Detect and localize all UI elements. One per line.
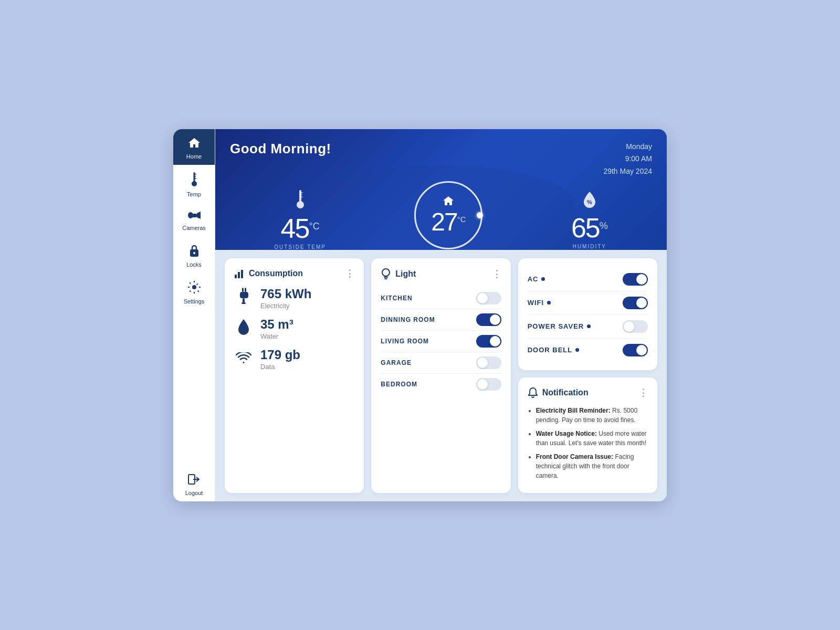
weather-row: 45 °C OUTSIDE TEMP 27 °C <box>230 181 652 250</box>
water-item: 35 m³ Water <box>234 317 354 340</box>
lock-icon <box>188 244 200 259</box>
header-top: Good Morning! Monday 9:00 AM 29th May 20… <box>230 141 652 178</box>
inside-home-icon <box>443 195 454 208</box>
day-text: Monday <box>603 141 652 153</box>
toggle-kitchen[interactable]: Off <box>476 292 501 304</box>
outside-temp-value: 45 <box>281 215 309 242</box>
datetime-display: Monday 9:00 AM 29th May 2024 <box>603 141 652 178</box>
data-value: 179 gb <box>260 348 300 362</box>
sidebar: Home Temp Cameras Locks <box>173 129 215 501</box>
sidebar-label-home: Home <box>186 153 202 160</box>
time-text: 9:00 AM <box>603 153 652 165</box>
svg-point-13 <box>297 201 304 208</box>
light-label-kitchen: KITCHEN <box>381 295 412 302</box>
notification-card-title: Notification <box>528 387 589 398</box>
notification-menu[interactable]: ⋮ <box>638 387 648 398</box>
notif-1-bold: Electricity Bill Reminder: <box>536 407 611 414</box>
sidebar-item-cameras[interactable]: Cameras <box>173 203 215 236</box>
inside-temp-widget: 27 °C INSIDE TEMP <box>414 181 482 250</box>
sidebar-item-home[interactable]: Home <box>173 129 215 165</box>
plug-icon <box>234 288 253 308</box>
consumption-card: Consumption ⋮ 765 kWh Electricity <box>225 258 364 493</box>
light-menu[interactable]: ⋮ <box>492 268 501 280</box>
right-column: AC On WIFI On POWER SAVER Off <box>518 258 657 493</box>
light-label-bedroom: BEDROOM <box>381 381 417 388</box>
device-label-ac: AC <box>528 275 545 283</box>
toggle-powersaver[interactable]: Off <box>623 320 648 333</box>
svg-point-10 <box>192 285 196 289</box>
toggle-dining[interactable]: On <box>476 313 501 326</box>
notif-2-bold: Water Usage Notice: <box>536 430 597 437</box>
device-label-wifi: WIFI <box>528 299 551 307</box>
consumption-card-title: Consumption <box>234 268 303 279</box>
sidebar-item-settings[interactable]: Settings <box>173 273 215 310</box>
notification-card: Notification ⋮ Electricity Bill Reminder… <box>518 377 657 493</box>
electricity-item: 765 kWh Electricity <box>234 287 354 310</box>
svg-rect-23 <box>240 292 248 298</box>
toggle-garage[interactable]: Off <box>476 356 501 369</box>
svg-rect-6 <box>192 214 197 217</box>
svg-rect-9 <box>193 252 195 254</box>
light-card: Light ⋮ KITCHEN Off DINNING ROOM On LIVI… <box>371 258 510 493</box>
svg-marker-7 <box>197 212 201 219</box>
device-label-powersaver: POWER SAVER <box>528 322 591 330</box>
dashboard: Home Temp Cameras Locks <box>173 129 667 501</box>
water-label: Water <box>260 332 293 340</box>
consumption-menu[interactable]: ⋮ <box>345 268 354 279</box>
svg-rect-16 <box>300 196 303 197</box>
light-row-kitchen: KITCHEN Off <box>381 288 501 309</box>
humidity-icon: % <box>582 191 597 212</box>
outside-temp-label: OUTSIDE TEMP <box>274 244 326 249</box>
svg-rect-2 <box>194 174 196 175</box>
svg-rect-12 <box>299 190 301 202</box>
devices-card: AC On WIFI On POWER SAVER Off <box>518 258 657 370</box>
sidebar-item-locks[interactable]: Locks <box>173 236 215 273</box>
device-row-powersaver: POWER SAVER Off <box>528 315 648 339</box>
sidebar-item-temp[interactable]: Temp <box>173 165 215 203</box>
electricity-info: 765 kWh Electricity <box>260 287 311 310</box>
svg-rect-4 <box>194 178 196 179</box>
greeting-text: Good Morning! <box>230 141 331 157</box>
sidebar-item-logout[interactable]: Logout <box>173 466 215 501</box>
humidity-value: 65 <box>571 214 600 242</box>
toggle-bedroom[interactable]: Off <box>476 378 501 391</box>
device-row-ac: AC On <box>528 268 648 291</box>
device-label-doorbell: DOOR BELL <box>528 346 580 354</box>
toggle-wifi[interactable]: On <box>623 297 648 309</box>
light-card-header: Light ⋮ <box>381 268 501 280</box>
inside-temp-unit: °C <box>457 215 466 224</box>
outside-temp-widget: 45 °C OUTSIDE TEMP <box>274 190 326 249</box>
notif-3-bold: Front Door Camera Issue: <box>536 453 613 460</box>
svg-rect-20 <box>241 270 243 278</box>
thermometer-icon <box>296 190 305 213</box>
notification-item-3: Front Door Camera Issue: Facing technica… <box>536 452 648 480</box>
settings-icon <box>187 280 201 296</box>
main-content: Good Morning! Monday 9:00 AM 29th May 20… <box>215 129 667 501</box>
svg-rect-14 <box>300 192 303 193</box>
svg-point-26 <box>382 269 390 276</box>
electricity-value: 765 kWh <box>260 287 311 301</box>
svg-rect-18 <box>235 275 237 278</box>
light-card-title: Light <box>381 268 416 280</box>
light-row-bedroom: BEDROOM Off <box>381 374 501 395</box>
light-label-garage: GARAGE <box>381 359 412 366</box>
temp-icon <box>191 172 198 189</box>
data-item: 179 gb Data <box>234 348 354 371</box>
circle-dot <box>477 212 483 218</box>
camera-icon <box>187 210 202 223</box>
humidity-unit: % <box>600 220 608 232</box>
sidebar-label-locks: Locks <box>186 261 202 268</box>
light-row-garage: GARAGE Off <box>381 352 501 374</box>
svg-rect-15 <box>300 194 302 195</box>
device-row-wifi: WIFI On <box>528 291 648 315</box>
sidebar-label-settings: Settings <box>184 298 205 304</box>
svg-rect-22 <box>245 288 246 292</box>
date-text: 29th May 2024 <box>603 165 652 178</box>
notification-item-2: Water Usage Notice: Used more water than… <box>536 429 648 448</box>
toggle-doorbell[interactable]: On <box>623 344 648 356</box>
svg-rect-3 <box>194 176 196 177</box>
toggle-living[interactable]: On <box>476 335 501 348</box>
svg-text:%: % <box>587 199 592 205</box>
toggle-ac[interactable]: On <box>623 273 648 286</box>
outside-temp-unit: °C <box>309 221 319 232</box>
